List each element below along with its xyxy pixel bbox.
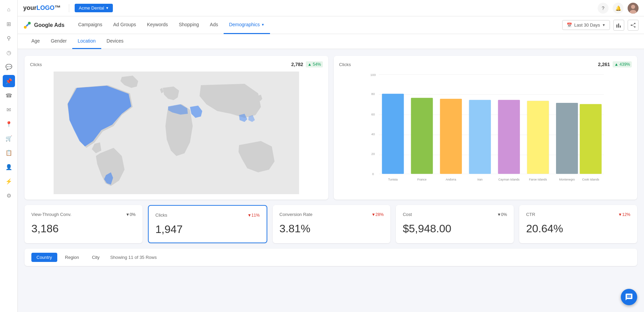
sidebar-icon-phone[interactable]: ☎ [3, 89, 15, 102]
svg-rect-37 [527, 101, 549, 174]
sidebar-icon-clock[interactable]: ◷ [3, 46, 15, 59]
stat-header-1: Clicks ▼11% [155, 213, 260, 218]
region-tab-button[interactable]: Region [60, 253, 84, 262]
svg-point-10 [634, 26, 635, 28]
chart-view-button[interactable] [613, 20, 624, 31]
navbar-title: Google Ads [34, 22, 64, 28]
svg-line-5 [26, 24, 28, 26]
stat-value-2: 3.81% [280, 222, 384, 235]
notifications-button[interactable]: 🔔 [613, 3, 624, 14]
date-range-button[interactable]: 📅 Last 30 Days ▼ [562, 20, 610, 30]
stat-change-4: ▼12% [618, 212, 630, 217]
stats-row: View-Through Conv. ▼0% 3,186 Clicks ▼11%… [25, 205, 637, 243]
svg-point-3 [24, 26, 27, 29]
stat-label-0: View-Through Conv. [31, 212, 71, 217]
help-button[interactable]: ? [598, 3, 609, 14]
nav-keywords[interactable]: Keywords [141, 16, 173, 34]
topbar-divider [69, 4, 69, 12]
svg-line-12 [632, 24, 634, 25]
subnav-location[interactable]: Location [72, 34, 101, 49]
svg-rect-41 [580, 104, 601, 174]
svg-text:40: 40 [371, 132, 375, 136]
svg-text:60: 60 [371, 112, 375, 116]
bar-chart-svg: 100 80 60 40 20 0 [339, 72, 632, 184]
sidebar-icon-cart[interactable]: 🛒 [3, 132, 15, 144]
navbar-right: 📅 Last 30 Days ▼ [562, 20, 639, 31]
company-selector[interactable]: Acme Dental ▼ [75, 4, 113, 12]
sidebar-icon-grid[interactable]: ⊞ [3, 18, 15, 30]
sidebar-icon-user[interactable]: 👤 [3, 161, 15, 173]
stat-label-4: CTR [526, 212, 535, 217]
nav-demographics[interactable]: Demographics ▼ [224, 16, 270, 34]
stat-card-1: Clicks ▼11% 1,947 [148, 205, 267, 243]
nav-ad-groups[interactable]: Ad Groups [108, 16, 141, 34]
avatar[interactable] [628, 3, 639, 14]
stat-change-1: ▼11% [248, 213, 260, 218]
svg-rect-6 [616, 25, 617, 28]
rows-info: Showing 11 of 35 Rows [110, 255, 157, 260]
svg-text:Cayman Islands: Cayman Islands [498, 178, 520, 181]
world-map-svg [30, 72, 323, 194]
share-button[interactable] [628, 20, 639, 31]
stat-label-1: Clicks [155, 213, 167, 218]
svg-rect-35 [498, 100, 520, 174]
stat-card-3: Cost ▼0% $5,948.00 [396, 205, 514, 243]
stat-header-3: Cost ▼0% [403, 212, 507, 217]
stat-card-0: View-Through Conv. ▼0% 3,186 [25, 205, 143, 243]
sidebar-icon-pin[interactable]: 📌 [3, 75, 15, 87]
stat-value-0: 3,186 [31, 222, 136, 235]
nav-ads[interactable]: Ads [205, 16, 224, 34]
svg-line-13 [632, 25, 634, 27]
stat-header-4: CTR ▼12% [526, 212, 630, 217]
subnav-age[interactable]: Age [26, 34, 45, 49]
sidebar-icon-settings[interactable]: ⚙ [3, 189, 15, 202]
stat-card-4: CTR ▼12% 20.64% [519, 205, 637, 243]
chat-icon [625, 293, 633, 301]
logo: yourLOGO™ [23, 4, 61, 12]
nav-campaigns[interactable]: Campaigns [73, 16, 108, 34]
stat-value-3: $5,948.00 [403, 222, 507, 235]
bottom-bar: Country Region City Showing 11 of 35 Row… [25, 249, 637, 266]
topbar: yourLOGO™ Acme Dental ▼ ? 🔔 [18, 0, 644, 16]
google-ads-icon [23, 21, 31, 29]
sidebar-icon-report[interactable]: 📋 [3, 146, 15, 159]
sidebar-icon-mail[interactable]: ✉ [3, 104, 15, 116]
sidebar-icon-home[interactable]: ⌂ [3, 3, 15, 16]
sidebar-icon-location[interactable]: 📍 [3, 118, 15, 130]
subnav-devices[interactable]: Devices [101, 34, 129, 49]
country-tab-button[interactable]: Country [31, 253, 57, 262]
dashboard: Clicks 2,782 ▲ 54% [18, 49, 644, 273]
chat-bubble-button[interactable] [621, 289, 637, 305]
stat-change-3: ▼0% [497, 212, 507, 217]
svg-text:Faroe Islands: Faroe Islands [529, 178, 547, 181]
bar-card: Clicks 2,261 ▲ 439% 100 80 60 40 [334, 56, 638, 200]
map-card: Clicks 2,782 ▲ 54% [25, 56, 328, 200]
svg-rect-27 [382, 94, 404, 174]
city-tab-button[interactable]: City [87, 253, 105, 262]
demographics-dropdown-arrow: ▼ [261, 23, 265, 27]
stat-change-0: ▼0% [126, 212, 136, 217]
svg-rect-8 [620, 26, 621, 28]
map-card-stat: 2,782 ▲ 54% [291, 61, 323, 67]
svg-point-1 [631, 5, 635, 9]
svg-rect-29 [411, 98, 433, 174]
sidebar-icon-bolt[interactable]: ⚡ [3, 175, 15, 187]
chart-row: Clicks 2,782 ▲ 54% [25, 56, 637, 200]
nav-shopping[interactable]: Shopping [173, 16, 204, 34]
svg-text:Montenegro: Montenegro [559, 178, 574, 181]
svg-point-11 [631, 25, 632, 26]
stat-value-1: 1,947 [155, 223, 260, 236]
svg-text:20: 20 [371, 152, 375, 156]
stat-card-2: Conversion Rate ▼28% 3.81% [273, 205, 391, 243]
stat-header-2: Conversion Rate ▼28% [280, 212, 384, 217]
map-card-value: 2,782 [291, 62, 303, 67]
svg-rect-33 [469, 100, 491, 174]
map-container [30, 72, 323, 194]
sidebar-icon-chat[interactable]: 💬 [3, 61, 15, 73]
svg-rect-7 [618, 24, 619, 28]
svg-point-4 [28, 22, 31, 25]
sidebar-icon-search[interactable]: ⚲ [3, 32, 15, 44]
share-icon [630, 22, 636, 28]
subnav-gender[interactable]: Gender [45, 34, 72, 49]
bar-card-value: 2,261 [598, 62, 610, 67]
